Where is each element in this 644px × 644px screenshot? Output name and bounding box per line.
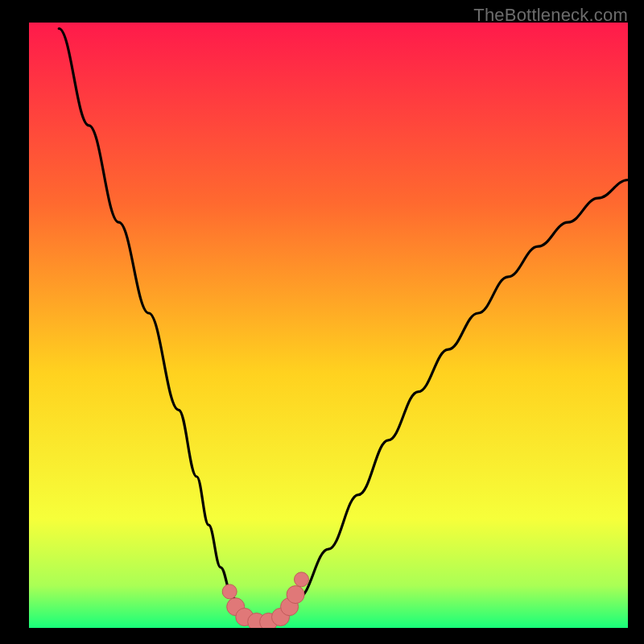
marker-dot	[287, 586, 304, 604]
plot-area	[29, 23, 628, 628]
plot-svg	[29, 23, 628, 628]
gradient-bg	[29, 23, 628, 628]
marker-dot	[295, 572, 309, 587]
chart-frame: TheBottleneck.com	[0, 0, 644, 644]
marker-dot	[222, 584, 237, 599]
watermark-text: TheBottleneck.com	[473, 5, 628, 26]
